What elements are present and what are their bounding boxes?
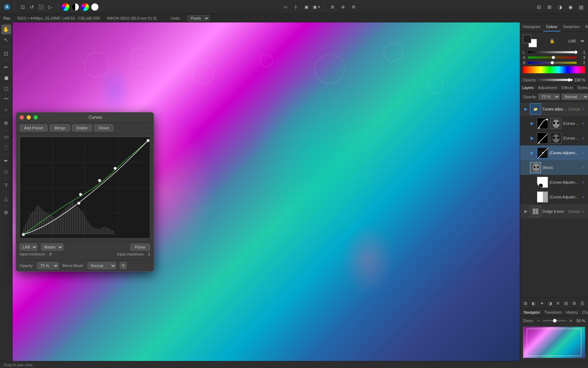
selection-icon[interactable]: ┼ [292,3,300,11]
colour-gradient-bar[interactable] [523,66,585,73]
layer-2-visibility[interactable]: ▶ [531,136,536,141]
curves-channel-select[interactable]: LAB L A B [20,244,37,251]
lab-l-slider[interactable] [528,51,577,53]
erase-tool[interactable]: ◻ [1,83,11,93]
layer-4-visibility[interactable] [531,180,536,185]
node-tool[interactable]: ◇ [1,166,11,176]
dodge-group-check[interactable]: ✓ [582,209,585,214]
tab-transform[interactable]: Transform [542,309,564,316]
move-tool[interactable]: ↖ [1,35,11,45]
layer-arrange-btn[interactable]: ☰ [579,299,586,307]
curves-opacity-select[interactable]: 75 % 100 % 50 % [37,262,59,269]
layer-item-curves-1[interactable]: ▶ (Curves Adjustm ✓ [520,116,588,131]
tab-swatches[interactable]: Swatches [560,22,583,32]
tab-styles[interactable]: Styles [575,84,588,91]
opacity-slider[interactable] [537,79,573,81]
crop-tool[interactable]: ⊡ [1,49,11,59]
curves-maximize-button[interactable] [34,115,38,120]
layer-3-visibility[interactable]: ▶ [531,150,536,155]
curves-graph[interactable] [20,137,150,238]
layer-item-mask[interactable]: (Mask) ✓ [520,160,588,175]
contrast-icon[interactable] [71,3,79,11]
units-select[interactable]: Pixels Inches cm [188,15,210,21]
tab-effects[interactable]: Effects [559,84,575,91]
assistant-icon-btn[interactable]: ◉ [566,3,575,11]
save-icon[interactable]: ⬛ [37,3,45,11]
curves-settings-button[interactable]: ⚙ [120,262,127,269]
layer-group-curves-adjustments[interactable]: ▶ 📁 Curves adjustments (Group) ✓ [520,102,588,116]
layer-opacity-select[interactable]: 75 % 100 % [538,94,560,100]
curves-type-select[interactable]: Master [41,244,63,251]
layer-blend-mode-select[interactable]: Normal Multiply Screen [561,94,588,100]
zoom-in-button[interactable]: + [568,318,574,324]
view-zoom-tool[interactable]: ⊕ [1,207,11,217]
layer-group-dodge-burn[interactable]: ▶ Dodge & burn (Group) ✓ [520,204,588,218]
layer-3-check[interactable]: ✓ [582,150,585,155]
curves-group-check[interactable]: ✓ [582,107,585,111]
paint-brush-tool[interactable]: ✏ [1,62,11,72]
smudge-tool[interactable]: 〜 [1,94,11,104]
tab-adjustment[interactable]: Adjustment [536,84,559,91]
panels-icon-btn[interactable]: ⊞ [545,3,554,11]
lasso-tool[interactable]: ◌ [1,142,11,152]
layer-5-check[interactable]: ✓ [582,195,585,199]
white-balance-icon[interactable] [91,3,99,11]
mask-check[interactable]: ✓ [582,165,585,170]
layer-add-fx-btn[interactable]: ✦ [539,299,545,307]
layer-item-curves-2[interactable]: ▶ (Curves Adjustm ✓ [520,131,588,145]
open-icon[interactable]: ↺ [28,3,36,11]
layers-icon-btn[interactable]: ⊟ [535,3,543,11]
group-vis-icon[interactable]: ▶ [523,105,528,113]
fill-tool[interactable]: ◼ [1,73,11,83]
merge-button[interactable]: Merge [50,124,70,131]
tab-histogram[interactable]: Histogram [520,22,543,32]
layer-add-adjustment-btn[interactable]: ◑ [547,299,553,307]
layer-item-curves-5[interactable]: (Curves Adjustment) ✓ [520,190,588,204]
transform-icon[interactable]: ▭ [281,3,289,11]
picker-button[interactable]: Picker [130,244,150,251]
tools-icon[interactable]: ⚙ [349,3,358,11]
layer-more-btn[interactable]: ⊞ [563,299,569,307]
export-icon[interactable]: ▷ [46,3,54,11]
curves-minimize-button[interactable] [27,115,31,120]
zoom-slider[interactable] [543,320,566,321]
app-icon[interactable]: A [3,3,11,11]
fg-bg-swatches[interactable] [523,35,537,47]
crop-toolbar-icon[interactable]: ▣ [302,3,310,11]
view-icon-btn[interactable]: ◑ [556,3,564,11]
layer-2-check[interactable]: ✓ [582,136,585,141]
layer-add-group-btn[interactable]: ⊞ [522,299,529,307]
tab-brushes[interactable]: Brushes [582,22,588,32]
colour-model-select[interactable]: LAB RGB CMYK HSL [567,39,585,43]
layer-5-visibility[interactable] [531,195,536,199]
layer-item-curves-4[interactable]: (Curves Adjustment) ✓ [520,175,588,190]
arrange-icon-btn[interactable]: ▤ [577,3,585,11]
clone-tool[interactable]: ⊕ [1,118,11,128]
tab-colour[interactable]: Colour [543,22,560,32]
add-preset-button[interactable]: Add Preset [20,124,48,131]
text-tool[interactable]: T [1,180,11,190]
tab-channels[interactable]: Channels [580,309,588,316]
layer-add-mask-btn[interactable]: ◐ [530,299,537,307]
layer-4-check[interactable]: ✓ [582,180,585,185]
color-wheel-icon[interactable] [62,3,69,11]
navigator-preview[interactable] [523,327,585,358]
foreground-swatch[interactable] [523,35,531,43]
layer-1-check[interactable]: ✓ [582,121,585,126]
grid-icon[interactable]: ⊞ [328,3,337,11]
layer-1-visibility[interactable]: ▶ [531,121,536,126]
new-icon[interactable]: ⊡ [19,3,27,11]
reset-button[interactable]: Reset [94,124,113,131]
delete-button[interactable]: Delete [72,124,92,131]
overlay-icon[interactable]: ⊕ [339,3,347,11]
pen-tool[interactable]: ✒ [1,156,11,166]
tab-navigator[interactable]: Navigator [522,309,542,316]
pan-tool[interactable]: ✋ [1,25,11,34]
dodge-burn-tool[interactable]: ○ [1,104,11,114]
layer-item-curves-3[interactable]: ▶ (Curves Adjustment) ✓ [520,145,588,160]
tab-history[interactable]: History [564,309,580,316]
shape-tool[interactable]: △ [1,194,11,204]
selection-rect-tool[interactable]: ▭ [1,132,11,142]
lab-a-slider[interactable] [528,56,577,59]
dodge-group-expand[interactable]: ▶ [523,208,528,215]
